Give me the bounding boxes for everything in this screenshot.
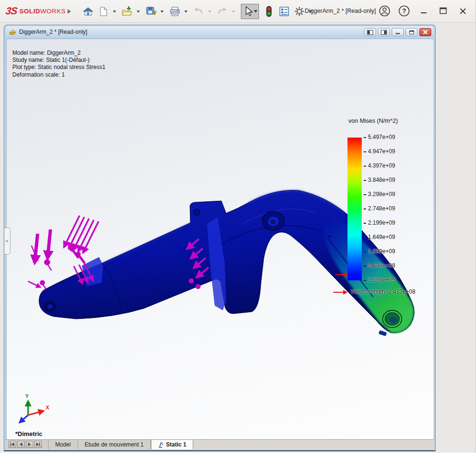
minimize-icon <box>420 8 427 14</box>
chevron-down-icon <box>160 10 164 13</box>
document-window: DiggerArm_2 * [Read-only] <box>4 25 436 451</box>
doc-minimize-button[interactable] <box>392 28 404 36</box>
toolbar-buttons <box>81 4 315 19</box>
legend-tick: 1.099e+09 <box>364 248 395 255</box>
tab-scroll-first-button[interactable] <box>9 441 16 448</box>
chevron-down-icon <box>137 10 140 13</box>
document-title: DiggerArm_2 * [Read-only] <box>19 29 87 35</box>
app-maximize-button[interactable] <box>437 5 449 17</box>
tab-scroll-buttons <box>6 440 48 449</box>
legend-tick: 5.498e+08 <box>364 262 395 269</box>
last-tab-icon <box>36 442 40 446</box>
graphics-viewport[interactable]: Model name: DiggerArm_2 Study name: Stat… <box>6 39 434 441</box>
open-button[interactable] <box>120 4 134 19</box>
save-dropdown[interactable] <box>159 4 165 19</box>
account-button[interactable] <box>378 5 391 17</box>
document-titlebar[interactable]: DiggerArm_2 * [Read-only] <box>6 26 434 38</box>
maximize-icon <box>439 7 447 15</box>
tab-scroll-last-button[interactable] <box>34 441 42 448</box>
tab-scroll-next-button[interactable] <box>26 441 33 448</box>
left-pane-icon <box>367 30 373 35</box>
legend-title: von Mises (N/m^2) <box>348 118 398 124</box>
app-close-button[interactable] <box>456 5 469 17</box>
show-left-pane-button[interactable] <box>364 28 376 36</box>
legend-tick: 2.748e+09 <box>364 205 395 212</box>
top-toolbar: 3S SOLIDWORKS <box>0 0 476 23</box>
redo-button[interactable] <box>215 4 229 19</box>
legend-tick: 4.397e+09 <box>364 162 395 169</box>
yield-label-arrow-icon <box>333 289 347 295</box>
first-tab-icon <box>10 442 15 446</box>
legend-tick: 3.298e+09 <box>364 191 395 198</box>
legend-tick: 2.199e+09 <box>364 219 395 226</box>
orientation-label: *Dimetric <box>15 430 42 437</box>
close-icon <box>459 8 466 15</box>
traffic-light-icon <box>266 6 272 17</box>
logo-solid: SOLID <box>20 8 40 15</box>
user-icon <box>378 5 391 17</box>
featuremanager-splitter-handle[interactable] <box>4 228 10 255</box>
undo-button[interactable] <box>191 4 206 19</box>
document-window-controls <box>364 28 431 36</box>
open-dropdown[interactable] <box>135 4 141 19</box>
logo-mark: 3S <box>5 5 18 17</box>
tab-model-label: Model <box>55 441 71 448</box>
triad-y-label: Y <box>25 393 29 399</box>
model-info-line: Plot type: Static nodal stress Stress1 <box>12 64 105 71</box>
svg-text:?: ? <box>402 7 407 15</box>
new-document-button[interactable] <box>96 4 110 19</box>
show-right-pane-button[interactable] <box>378 28 390 36</box>
print-button[interactable] <box>168 4 182 19</box>
doc-close-button[interactable] <box>419 28 431 36</box>
app-minimize-button[interactable] <box>417 5 430 17</box>
new-document-dropdown[interactable] <box>111 4 117 19</box>
tab-motion-study[interactable]: Etude de mouvement 1 <box>78 440 151 449</box>
orientation-triad <box>20 402 42 422</box>
print-icon <box>169 6 180 17</box>
save-icon <box>146 6 157 17</box>
chevron-down-icon <box>208 10 211 13</box>
performance-monitor-button[interactable] <box>262 4 276 19</box>
print-dropdown[interactable] <box>183 4 188 19</box>
yield-strength-label: Yield strength: 2.413e+08 <box>350 288 416 295</box>
legend-tick: 1.649e+09 <box>364 234 395 240</box>
chevron-down-icon <box>184 10 188 13</box>
home-icon <box>83 6 93 17</box>
chevron-down-icon[interactable] <box>254 10 258 13</box>
legend-tick: 5.497e+09 <box>364 134 395 140</box>
new-document-icon <box>99 6 108 17</box>
model-info-line: Deformation scale: 1 <box>12 71 105 79</box>
chevron-down-icon <box>113 10 116 13</box>
tab-model[interactable]: Model <box>48 440 78 449</box>
home-button[interactable] <box>81 4 95 19</box>
chevron-down-icon <box>232 10 235 13</box>
help-button[interactable]: ? <box>398 5 410 17</box>
window-controls: ? <box>378 5 469 17</box>
cursor-icon <box>242 5 254 18</box>
tab-motion-study-label: Etude de mouvement 1 <box>85 441 144 448</box>
restore-icon <box>409 30 415 35</box>
prev-tab-icon <box>19 442 23 446</box>
minimize-icon <box>395 30 400 34</box>
tab-static-study[interactable]: Static 1 <box>151 440 194 449</box>
undo-icon <box>193 7 204 16</box>
tab-scroll-prev-button[interactable] <box>17 441 25 448</box>
desktop-background <box>0 453 476 476</box>
open-folder-icon <box>121 6 133 17</box>
logo-flyout-arrow-icon[interactable] <box>67 9 71 14</box>
close-icon <box>423 30 428 35</box>
select-tool-button[interactable] <box>241 4 259 19</box>
redo-dropdown[interactable] <box>230 4 236 19</box>
help-icon: ? <box>398 5 410 17</box>
logo-works: WORKS <box>40 8 66 15</box>
legend-colorbar <box>347 138 362 280</box>
save-button[interactable] <box>144 4 158 19</box>
redo-icon <box>217 7 228 16</box>
model-info: Model name: DiggerArm_2 Study name: Stat… <box>12 50 105 79</box>
tab-static-study-label: Static 1 <box>166 441 187 448</box>
doc-restore-button[interactable] <box>406 28 417 36</box>
solidworks-logo: 3S SOLIDWORKS <box>6 5 66 17</box>
app-window: 3S SOLIDWORKS <box>0 0 476 453</box>
yield-marker-arrow-icon <box>335 272 348 278</box>
undo-dropdown[interactable] <box>207 4 212 19</box>
